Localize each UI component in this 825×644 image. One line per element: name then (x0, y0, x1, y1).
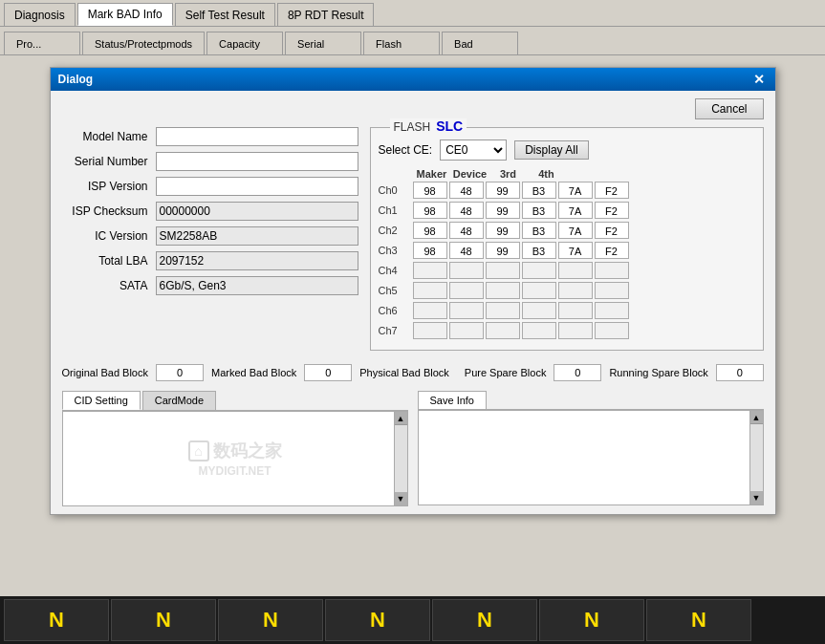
dialog-body: Model Name Serial Number ISP Version ISP… (62, 127, 764, 351)
lower-right-scrollbar-v[interactable]: ▲ ▼ (749, 411, 763, 504)
channel-ch6-cell-0[interactable] (413, 302, 447, 319)
channel-ch7-cell-3[interactable] (522, 322, 556, 339)
channel-ch4-cell-0[interactable] (413, 262, 447, 279)
tab-cardmode[interactable]: CardMode (142, 391, 216, 410)
channel-ch3-cell-3[interactable]: B3 (522, 242, 556, 259)
channel-ch1-cell-3[interactable]: B3 (522, 202, 556, 219)
tab-mark-bad-info[interactable]: Mark BAD Info (77, 3, 173, 26)
channel-ch5-cell-1[interactable] (449, 282, 484, 299)
tab-bad[interactable]: Bad (442, 32, 518, 54)
lower-left-content[interactable] (63, 412, 407, 505)
original-bad-block-input[interactable] (156, 364, 204, 381)
pure-spare-block-label: Pure Spare Block (465, 367, 547, 378)
n-icon-3[interactable]: N (218, 599, 323, 641)
channel-ch0-cell-1[interactable]: 48 (449, 182, 484, 199)
running-spare-block-input[interactable] (716, 364, 764, 381)
channel-ch3-cell-5[interactable]: F2 (595, 242, 629, 259)
isp-version-input[interactable] (156, 177, 358, 196)
serial-number-label: Serial Number (62, 155, 148, 168)
channel-ch3-cell-1[interactable]: 48 (449, 242, 484, 259)
tab-diagnosis[interactable]: Diagnosis (4, 3, 76, 26)
channel-ch0-cell-3[interactable]: B3 (522, 182, 556, 199)
channel-ch4-cell-3[interactable] (522, 262, 556, 279)
cancel-button[interactable]: Cancel (695, 98, 763, 119)
lower-right-textarea: ▲ ▼ (418, 410, 764, 505)
n-icon-6[interactable]: N (539, 599, 644, 641)
serial-number-input[interactable] (156, 152, 358, 171)
display-all-button[interactable]: Display All (514, 140, 588, 160)
channel-ch6-cell-5[interactable] (595, 302, 629, 319)
marked-bad-block-input[interactable] (304, 364, 352, 381)
sata-input[interactable] (156, 276, 358, 295)
isp-checksum-input[interactable] (156, 202, 358, 221)
channel-ch1-cell-5[interactable]: F2 (595, 202, 629, 219)
channel-row-ch5: Ch5 (379, 282, 755, 299)
channel-label-ch6: Ch6 (379, 305, 413, 316)
pure-spare-block-input[interactable] (554, 364, 601, 381)
select-ce-dropdown[interactable]: CE0 CE1 CE2 CE3 (440, 140, 507, 161)
model-name-row: Model Name (62, 127, 358, 146)
channel-ch4-cell-5[interactable] (595, 262, 629, 279)
channel-ch0-cell-0[interactable]: 98 (413, 182, 447, 199)
channel-ch0-cell-4[interactable]: 7A (558, 182, 593, 199)
channel-ch4-cell-4[interactable] (558, 262, 593, 279)
channel-ch2-cell-5[interactable]: F2 (595, 222, 629, 239)
channel-ch7-cell-0[interactable] (413, 322, 447, 339)
lower-right-content[interactable] (419, 411, 763, 504)
channel-ch6-cell-2[interactable] (486, 302, 520, 319)
channel-ch0-cell-2[interactable]: 99 (486, 182, 520, 199)
n-icon-5[interactable]: N (432, 599, 537, 641)
channel-ch7-cell-5[interactable] (595, 322, 629, 339)
tab-cid-setting[interactable]: CID Setting (62, 391, 141, 410)
tab-flash[interactable]: Flash (363, 32, 440, 54)
channel-ch4-cell-1[interactable] (449, 262, 484, 279)
channel-ch7-cell-1[interactable] (449, 322, 484, 339)
channel-ch3-cell-0[interactable]: 98 (413, 242, 447, 259)
channel-ch0-cell-5[interactable]: F2 (595, 182, 629, 199)
channel-grid: Maker Device 3rd 4th Ch0984899B37AF2Ch19… (379, 168, 755, 339)
channel-ch5-cell-4[interactable] (558, 282, 593, 299)
tab-capacity[interactable]: Capacity (206, 32, 283, 54)
n-icon-4[interactable]: N (325, 599, 430, 641)
model-name-input[interactable] (156, 127, 358, 146)
channel-ch5-cell-5[interactable] (595, 282, 629, 299)
n-icon-1[interactable]: N (4, 599, 109, 641)
channel-ch3-cell-4[interactable]: 7A (558, 242, 593, 259)
channel-ch1-cell-1[interactable]: 48 (449, 202, 484, 219)
running-spare-block-label: Running Spare Block (609, 367, 707, 378)
n-icon-2[interactable]: N (111, 599, 216, 641)
model-name-label: Model Name (62, 130, 148, 143)
tab-pro[interactable]: Pro... (4, 32, 80, 54)
channel-ch4-cell-2[interactable] (486, 262, 520, 279)
channel-ch5-cell-0[interactable] (413, 282, 447, 299)
channel-ch5-cell-2[interactable] (486, 282, 520, 299)
channel-label-ch1: Ch1 (379, 204, 413, 216)
tab-status[interactable]: Status/Protectpmods (82, 32, 205, 54)
ic-version-input[interactable] (156, 226, 358, 246)
n-icon-7[interactable]: N (646, 599, 751, 641)
channel-ch7-cell-2[interactable] (486, 322, 520, 339)
channel-ch6-cell-3[interactable] (522, 302, 556, 319)
channel-ch6-cell-4[interactable] (558, 302, 593, 319)
channel-ch2-cell-0[interactable]: 98 (413, 222, 447, 239)
total-lba-input[interactable] (156, 251, 358, 270)
channel-ch2-cell-2[interactable]: 99 (486, 222, 520, 239)
tab-8p-rdt-result[interactable]: 8P RDT Result (277, 3, 375, 26)
channel-row-ch2: Ch2984899B37AF2 (379, 222, 755, 239)
lower-left-scrollbar-v[interactable]: ▲ ▼ (394, 412, 407, 505)
channel-ch1-cell-4[interactable]: 7A (558, 202, 593, 219)
channel-ch1-cell-2[interactable]: 99 (486, 202, 520, 219)
channel-ch2-cell-1[interactable]: 48 (449, 222, 484, 239)
channel-ch6-cell-1[interactable] (449, 302, 484, 319)
tab-serial[interactable]: Serial (285, 32, 361, 54)
channel-ch2-cell-4[interactable]: 7A (558, 222, 593, 239)
dialog-close-button[interactable]: ✕ (750, 71, 768, 88)
tab-self-test-result[interactable]: Self Test Result (175, 3, 275, 26)
channel-ch2-cell-3[interactable]: B3 (522, 222, 556, 239)
channel-ch7-cell-4[interactable] (558, 322, 593, 339)
channel-ch3-cell-2[interactable]: 99 (486, 242, 520, 259)
channel-ch1-cell-0[interactable]: 98 (413, 202, 447, 219)
channel-ch5-cell-3[interactable] (522, 282, 556, 299)
tab-save-info[interactable]: Save Info (418, 391, 487, 409)
col-5th (566, 168, 604, 180)
